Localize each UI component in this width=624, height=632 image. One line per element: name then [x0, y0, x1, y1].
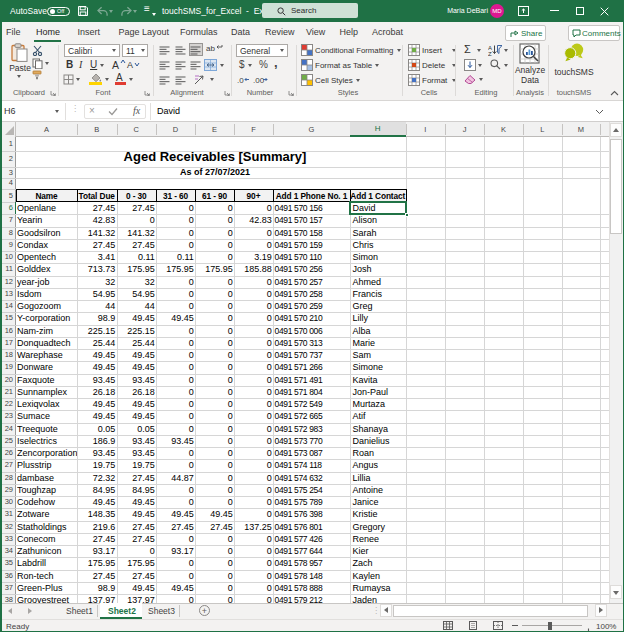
svg-text:Z: Z — [488, 51, 492, 56]
svg-text:.00: .00 — [253, 76, 265, 85]
svg-text:.0: .0 — [237, 76, 244, 85]
svg-text:A: A — [488, 45, 492, 51]
